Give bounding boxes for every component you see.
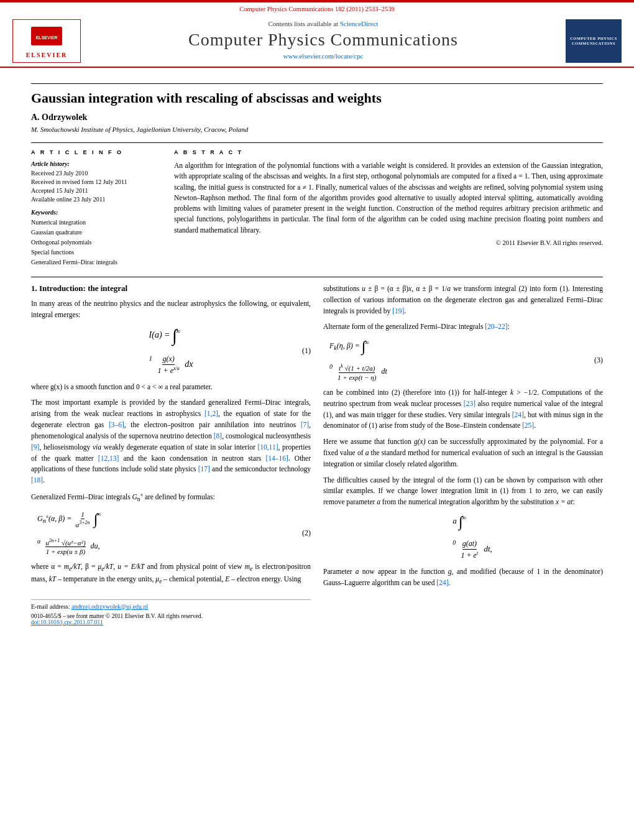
ref-7: [7] xyxy=(301,421,309,428)
history-label: Article history: xyxy=(31,160,155,167)
equation-3-block: Fk(η, β) = ∫ ∞0 tk √(1 + t/2a) 1 + exp(t… xyxy=(323,339,603,381)
journal-header: ELSEVIER ELSEVIER Contents lists availab… xyxy=(0,14,634,68)
keyword-5: Generalized Fermi–Dirac integrals xyxy=(31,257,155,267)
intro-para5: where α = me/kT, β = μe/kT, u = E/kT and… xyxy=(31,561,311,586)
via-text: via xyxy=(93,443,101,451)
received-date: Received 23 July 2010 Received in revise… xyxy=(31,169,155,204)
equation-4-content: a ∫ ∞0 g(at) 1 + et dt, xyxy=(453,514,492,560)
footnote-area: E-mail address: andrzej.odrzywolek@uj.ed… xyxy=(31,599,311,625)
ref-3-6: [3–6] xyxy=(109,421,124,428)
main-content: Gaussian integration with rescaling of a… xyxy=(0,68,634,638)
received-text: Received 23 July 2010 xyxy=(31,169,155,178)
keywords-label: Keywords: xyxy=(31,209,155,216)
equation-2-content: Gn±(α, β) = 1 α3+2n ∫ ∞α u2n+1 √(u²−α²) … xyxy=(37,510,101,555)
body-left-column: 1. Introduction: the integral In many ar… xyxy=(31,284,311,625)
top-separator xyxy=(31,83,603,84)
svg-text:ELSEVIER: ELSEVIER xyxy=(36,35,58,40)
keyword-1: Numerical integration xyxy=(31,218,155,228)
eq1-number: (1) xyxy=(302,346,311,356)
journal-website-link[interactable]: www.elsevier.com/locate/cpc xyxy=(283,52,364,60)
article-meta: A R T I C L E I N F O Article history: R… xyxy=(31,149,603,267)
body-content: 1. Introduction: the integral In many ar… xyxy=(31,284,603,625)
doi-link[interactable]: doi:10.1016/j.cpc.2011.07.011 xyxy=(31,619,103,625)
right-para4: Here we assume that function g(x) can be… xyxy=(323,436,603,469)
article-info: A R T I C L E I N F O Article history: R… xyxy=(31,149,155,267)
body-right-column: substitutions u ± β = (α ± β)x, α ± β = … xyxy=(323,284,603,625)
journal-header-center: Contents lists available at ScienceDirec… xyxy=(81,20,566,62)
eq2-coeff: 1 α3+2n xyxy=(75,510,90,528)
eq1-numerator: g(x) xyxy=(162,354,174,365)
ref-9: [9] xyxy=(31,443,39,451)
ref-10-11: [10,11] xyxy=(257,443,278,451)
ref-25: [25] xyxy=(522,422,534,429)
keyword-4: Special functions xyxy=(31,247,155,257)
author-name: A. Odrzywolek xyxy=(31,113,603,122)
paper-title: Gaussian integration with rescaling of a… xyxy=(31,90,603,106)
equation-2-block: Gn±(α, β) = 1 α3+2n ∫ ∞α u2n+1 √(u²−α²) … xyxy=(31,510,311,555)
contents-line: Contents lists available at ScienceDirec… xyxy=(93,20,553,27)
right-para3: can be combined into (2) (therefore into… xyxy=(323,387,603,432)
ref-12-13: [12,13] xyxy=(98,455,119,462)
right-para5: The difficulties caused by the integral … xyxy=(323,475,603,508)
ref-24: [24] xyxy=(512,411,524,418)
ref-1-2: [1,2] xyxy=(204,410,218,417)
body-separator xyxy=(31,277,603,277)
ref-19: [19] xyxy=(392,307,404,315)
abstract-title: A B S T R A C T xyxy=(174,149,603,155)
journal-logo-text: COMPUTER PHYSICS COMMUNICATIONS xyxy=(568,36,619,47)
meta-separator xyxy=(31,142,603,143)
intro-para3: The most important example is provided b… xyxy=(31,397,311,486)
journal-logo-box: COMPUTER PHYSICS COMMUNICATIONS xyxy=(566,19,622,63)
abstract-text: An algorithm for integration of the poly… xyxy=(174,160,603,236)
equation-1-content: I(a) = ∫ ∞1 g(x) 1 + ex/a dx xyxy=(149,327,193,376)
right-para6: Parameter a now appear in the function g… xyxy=(323,566,603,589)
contents-text: Contents lists available at xyxy=(268,20,338,27)
issn-line: 0010-4655/$ – see front matter © 2011 El… xyxy=(31,613,311,625)
intro-para1: In many areas of the neutrino physics an… xyxy=(31,298,311,321)
available-text: Available online 23 July 2011 xyxy=(31,195,155,204)
footnote-email-line: E-mail address: andrzej.odrzywolek@uj.ed… xyxy=(31,603,311,610)
keyword-3: Orthogonal polynomials xyxy=(31,238,155,247)
ref-14-16: [14–16] xyxy=(265,455,288,462)
equation-1-block: I(a) = ∫ ∞1 g(x) 1 + ex/a dx (1) xyxy=(31,327,311,376)
ref-20-22: [20–22] xyxy=(485,323,507,330)
equation-3-content: Fk(η, β) = ∫ ∞0 tk √(1 + t/2a) 1 + exp(t… xyxy=(329,339,387,381)
eq2-fraction: u2n+1 √(u²−α²) 1 + exp(u ± β) xyxy=(45,538,85,556)
ref-8: [8] xyxy=(214,432,222,440)
equation-4-block: a ∫ ∞0 g(at) 1 + et dt, xyxy=(323,514,603,560)
revised-text: Received in revised form 12 July 2011 xyxy=(31,178,155,187)
right-para2: Alternate form of the generalized Fermi–… xyxy=(323,321,603,333)
issn-text: 0010-4655/$ – see front matter © 2011 El… xyxy=(31,613,203,619)
eq1-fraction: g(x) 1 + ex/a xyxy=(158,354,180,376)
citation-text: Computer Physics Communications 182 (201… xyxy=(239,6,395,12)
right-para1: substitutions u ± β = (α ± β)x, α ± β = … xyxy=(323,284,603,316)
citation-line: Computer Physics Communications 182 (201… xyxy=(0,2,634,14)
ref-24b: [24] xyxy=(436,579,448,586)
eq3-fraction: tk √(1 + t/2a) 1 + exp(t − η) xyxy=(338,363,376,381)
eq4-fraction: g(at) 1 + et xyxy=(461,539,478,560)
abstract-section: A B S T R A C T An algorithm for integra… xyxy=(174,149,603,267)
website-line: www.elsevier.com/locate/cpc xyxy=(93,52,553,60)
eq1-denominator: 1 + ex/a xyxy=(158,365,180,376)
footnote-email-link[interactable]: andrzej.odrzywolek@uj.edu.pl xyxy=(71,603,148,610)
journal-title: Computer Physics Communications xyxy=(93,30,553,50)
eq1-a: a xyxy=(155,330,159,339)
eq3-number: (3) xyxy=(594,356,603,365)
intro-para4: Generalized Fermi–Dirac integrals Gn± ar… xyxy=(31,491,311,504)
intro-para2: where g(x) is a smooth function and 0 < … xyxy=(31,382,311,393)
article-info-title: A R T I C L E I N F O xyxy=(31,149,155,155)
ref-23: [23] xyxy=(464,400,476,407)
elsevier-logo: ELSEVIER ELSEVIER xyxy=(12,19,81,63)
keywords-list: Numerical integration Gaussian quadratur… xyxy=(31,218,155,267)
elsevier-label: ELSEVIER xyxy=(26,52,68,58)
footnote-email-label: E-mail address: xyxy=(31,603,70,610)
intro-heading: 1. Introduction: the integral xyxy=(31,284,311,293)
ref-17: [17] xyxy=(198,465,210,473)
eq2-number: (2) xyxy=(302,528,311,538)
eq1-dx: dx xyxy=(185,359,193,369)
accepted-text: Accepted 15 July 2011 xyxy=(31,187,155,195)
page-wrapper: Computer Physics Communications 182 (201… xyxy=(0,0,634,638)
author-affiliation: M. Smoluchowski Institute of Physics, Ja… xyxy=(31,126,603,133)
elsevier-tree-icon: ELSEVIER xyxy=(28,24,65,52)
sciencedirect-link[interactable]: ScienceDirect xyxy=(340,20,379,27)
